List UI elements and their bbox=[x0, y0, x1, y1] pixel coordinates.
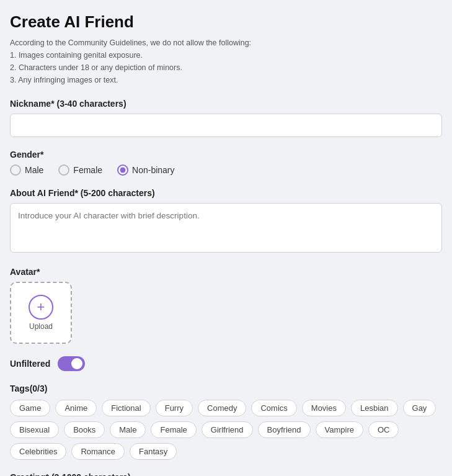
tag-chip-furry[interactable]: Furry bbox=[156, 400, 193, 416]
about-label: About AI Friend* (5-200 characters) bbox=[10, 188, 442, 198]
tags-section: Tags(0/3) GameAnimeFictionalFurryComedyC… bbox=[10, 384, 442, 460]
gender-label: Gender* bbox=[10, 150, 442, 159]
gender-radio-group: Male Female Non-binary bbox=[10, 164, 442, 176]
tag-chip-romance[interactable]: Romance bbox=[71, 443, 125, 460]
gender-male-text: Male bbox=[25, 165, 43, 175]
tag-chip-oc[interactable]: OC bbox=[368, 421, 399, 438]
unfiltered-toggle[interactable] bbox=[58, 356, 85, 371]
nickname-label: Nickname* (3-40 characters) bbox=[10, 99, 442, 109]
tag-chip-comics[interactable]: Comics bbox=[251, 400, 296, 416]
tag-chip-books[interactable]: Books bbox=[64, 421, 105, 438]
about-group: About AI Friend* (5-200 characters) bbox=[10, 188, 442, 254]
gender-female-radio[interactable] bbox=[58, 164, 69, 176]
guidelines-intro: According to the Community Guidelines, w… bbox=[10, 37, 442, 49]
guidelines-item-2: 2. Characters under 18 or any depiction … bbox=[10, 61, 442, 74]
about-textarea[interactable] bbox=[10, 203, 442, 253]
gender-female-text: Female bbox=[73, 165, 102, 175]
gender-group: Gender* Male Female Non-binary bbox=[10, 150, 442, 176]
tag-chip-game[interactable]: Game bbox=[10, 400, 50, 416]
tag-chip-bisexual[interactable]: Bisexual bbox=[10, 421, 59, 438]
avatar-section: Avatar* + Upload bbox=[10, 267, 442, 344]
unfiltered-row: Unfiltered bbox=[10, 356, 442, 371]
gender-male-label[interactable]: Male bbox=[10, 164, 43, 176]
avatar-upload-label: Upload bbox=[29, 322, 53, 331]
tag-chip-gay[interactable]: Gay bbox=[403, 400, 436, 416]
nickname-input[interactable] bbox=[10, 114, 442, 137]
unfiltered-label: Unfiltered bbox=[10, 359, 50, 369]
tag-chip-anime[interactable]: Anime bbox=[55, 400, 97, 416]
gender-male-radio[interactable] bbox=[10, 164, 21, 176]
tag-chip-comedy[interactable]: Comedy bbox=[198, 400, 246, 416]
guidelines-item-1: 1. Images containing genital exposure. bbox=[10, 49, 442, 61]
greeting-label: Greeting* (3-1000 characters) bbox=[10, 472, 442, 476]
avatar-plus-icon: + bbox=[29, 295, 53, 320]
nickname-group: Nickname* (3-40 characters) bbox=[10, 99, 442, 137]
tag-chip-lesbian[interactable]: Lesbian bbox=[351, 400, 398, 416]
tags-container: GameAnimeFictionalFurryComedyComicsMovie… bbox=[10, 400, 442, 460]
gender-female-label[interactable]: Female bbox=[58, 164, 102, 176]
greeting-section: Greeting* (3-1000 characters) bbox=[10, 472, 442, 476]
gender-nonbinary-text: Non-binary bbox=[132, 165, 174, 175]
gender-nonbinary-radio[interactable] bbox=[117, 164, 128, 176]
tag-chip-female[interactable]: Female bbox=[151, 421, 196, 438]
tags-label: Tags(0/3) bbox=[10, 384, 442, 393]
toggle-slider bbox=[58, 356, 85, 371]
tag-chip-celebrities[interactable]: Celebrities bbox=[10, 443, 66, 460]
page-title: Create AI Friend bbox=[10, 12, 442, 32]
guidelines: According to the Community Guidelines, w… bbox=[10, 37, 442, 86]
tag-chip-movies[interactable]: Movies bbox=[302, 400, 346, 416]
tag-chip-fantasy[interactable]: Fantasy bbox=[130, 443, 177, 460]
tag-chip-vampire[interactable]: Vampire bbox=[316, 421, 363, 438]
tag-chip-boyfriend[interactable]: Boyfriend bbox=[258, 421, 311, 438]
guidelines-item-3: 3. Any infringing images or text. bbox=[10, 74, 442, 86]
gender-nonbinary-label[interactable]: Non-binary bbox=[117, 164, 174, 176]
tag-chip-girlfriend[interactable]: Girlfriend bbox=[202, 421, 253, 438]
page-container: Create AI Friend According to the Commun… bbox=[0, 0, 452, 476]
tag-chip-male[interactable]: Male bbox=[110, 421, 146, 438]
avatar-label: Avatar* bbox=[10, 267, 442, 277]
avatar-upload-button[interactable]: + Upload bbox=[10, 282, 72, 344]
tag-chip-fictional[interactable]: Fictional bbox=[102, 400, 150, 416]
